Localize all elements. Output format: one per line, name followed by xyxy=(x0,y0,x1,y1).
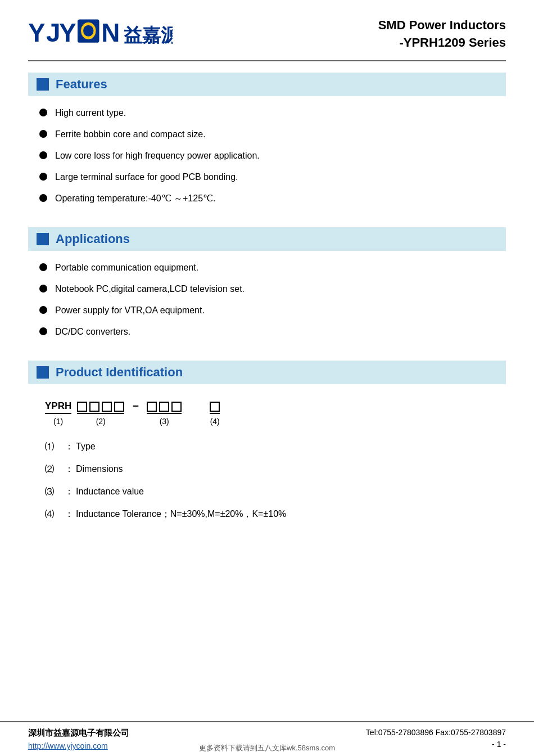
svg-text:Y: Y xyxy=(59,19,76,47)
bullet-dot xyxy=(39,285,47,292)
features-icon xyxy=(37,78,49,91)
product-identification-title: Product Identification xyxy=(56,365,183,380)
list-item: Portable communication equipment. xyxy=(39,261,506,274)
pid-group-1: YPRH (1) xyxy=(45,400,71,426)
svg-text:Y: Y xyxy=(28,19,46,47)
bullet-dot xyxy=(39,151,47,159)
title-line2: -YPRH1209 Series xyxy=(378,34,506,52)
pid-desc-item-4: ⑷ ： Inductance Tolerance；N=±30%,M=±20%，K… xyxy=(45,507,506,521)
pid-boxes-4 xyxy=(77,402,124,414)
bullet-dot xyxy=(39,306,47,314)
pid-group1-num: (1) xyxy=(53,417,63,426)
pid-box xyxy=(102,402,112,412)
applications-title: Applications xyxy=(56,232,130,246)
pid-desc-colon-3: ： xyxy=(65,485,76,498)
list-item: Notebook PC,digital camera,LCD televisio… xyxy=(39,282,506,296)
pid-prefix: YPRH xyxy=(45,400,71,414)
pid-boxes-3 xyxy=(147,402,182,414)
document-title: SMD Power Inductors -YPRH1209 Series xyxy=(378,17,506,52)
pid-box xyxy=(147,402,157,412)
applications-section-header: Applications xyxy=(28,227,506,251)
features-list: High current type. Ferrite bobbin core a… xyxy=(28,106,506,222)
pid-box xyxy=(171,402,182,412)
bullet-dot xyxy=(39,327,47,335)
features-section-header: Features xyxy=(28,73,506,96)
bullet-dot xyxy=(39,263,47,271)
list-item: Large terminal surface for good PCB bond… xyxy=(39,170,506,184)
logo-area: Y J Y N 益嘉源 xyxy=(28,17,173,48)
list-item: High current type. xyxy=(39,106,506,120)
pid-group-2: (2) xyxy=(77,402,124,426)
pid-separator: － xyxy=(130,398,141,413)
pid-box xyxy=(89,402,99,412)
pid-desc-item-1: ⑴ ： Type xyxy=(45,440,506,453)
pid-desc-item-2: ⑵ ： Dimensions xyxy=(45,462,506,476)
product-id-icon xyxy=(37,366,49,379)
list-item: Low core loss for high frequency power a… xyxy=(39,149,506,163)
pid-desc-num-3: ⑶ xyxy=(45,485,65,498)
footer-company-name: 深圳市益嘉源电子有限公司 xyxy=(28,728,129,739)
pid-desc-num-4: ⑷ xyxy=(45,507,65,521)
features-title: Features xyxy=(56,77,107,92)
pid-box xyxy=(114,402,124,412)
pid-descriptions: ⑴ ： Type ⑵ ： Dimensions ⑶ ： Inductance v… xyxy=(45,440,506,521)
pid-desc-colon-2: ： xyxy=(65,462,76,476)
pid-desc-text-4: Inductance Tolerance；N=±30%,M=±20%，K=±10… xyxy=(76,507,286,521)
pid-desc-colon-1: ： xyxy=(65,440,76,453)
pid-box xyxy=(159,402,169,412)
product-id-diagram: YPRH (1) (2) － (3) xyxy=(45,398,506,426)
pid-group3-num: (3) xyxy=(160,417,169,426)
pid-group2-num: (2) xyxy=(96,417,106,426)
pid-desc-colon-4: ： xyxy=(65,507,76,521)
bullet-dot xyxy=(39,109,47,116)
svg-text:J: J xyxy=(46,19,61,47)
list-item: Operating temperature:-40℃ ～+125℃. xyxy=(39,192,506,205)
title-line1: SMD Power Inductors xyxy=(378,17,506,34)
pid-desc-num-1: ⑴ xyxy=(45,440,65,453)
pid-group-3: (3) xyxy=(147,402,182,426)
watermark-text: 更多资料下载请到五八文库wk.58sms.com xyxy=(0,743,534,753)
pid-box xyxy=(77,402,87,412)
bullet-dot xyxy=(39,173,47,181)
pid-desc-text-3: Inductance value xyxy=(76,485,144,498)
applications-icon xyxy=(37,233,49,245)
pid-group4-num: (4) xyxy=(210,417,220,426)
product-identification-section-header: Product Identification xyxy=(28,361,506,384)
pid-box xyxy=(210,402,220,412)
bullet-dot xyxy=(39,194,47,202)
svg-text:益嘉源: 益嘉源 xyxy=(124,25,173,46)
list-item: DC/DC converters. xyxy=(39,325,506,339)
svg-text:N: N xyxy=(101,19,120,47)
footer-contact: Tel:0755-27803896 Fax:0755-27803897 xyxy=(366,728,506,737)
pid-group-4: (4) xyxy=(210,402,220,426)
list-item: Power supply for VTR,OA equipment. xyxy=(39,304,506,317)
page-header: Y J Y N 益嘉源 SMD Power Inductors -YPRH120… xyxy=(28,17,506,61)
svg-point-5 xyxy=(83,25,93,37)
applications-list: Portable communication equipment. Notebo… xyxy=(28,261,506,355)
pid-desc-text-1: Type xyxy=(76,440,96,453)
pid-boxes-1 xyxy=(210,402,220,414)
pid-desc-item-3: ⑶ ： Inductance value xyxy=(45,485,506,498)
company-logo: Y J Y N 益嘉源 xyxy=(28,17,173,48)
bullet-dot xyxy=(39,130,47,138)
pid-desc-text-2: Dimensions xyxy=(76,462,123,476)
pid-desc-num-2: ⑵ xyxy=(45,462,65,476)
list-item: Ferrite bobbin core and compact size. xyxy=(39,128,506,141)
